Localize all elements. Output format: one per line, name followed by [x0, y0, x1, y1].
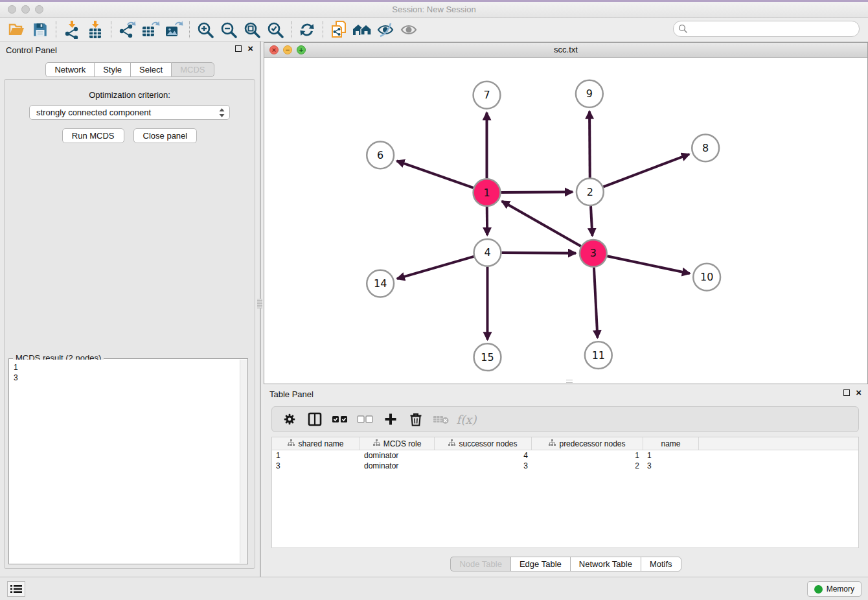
settings-gear-icon[interactable]: [280, 410, 299, 428]
column-attribute-icon: [288, 439, 295, 448]
close-table-panel-icon[interactable]: ×: [856, 389, 862, 397]
table-cell[interactable]: 2: [532, 461, 643, 471]
memory-label: Memory: [827, 584, 854, 594]
toolbar-separator: [111, 21, 111, 38]
show-view-icon[interactable]: [397, 19, 420, 40]
zoom-out-icon[interactable]: [217, 19, 240, 40]
table-cell[interactable]: dominator: [360, 461, 435, 471]
task-history-button[interactable]: [7, 581, 25, 597]
criterion-select[interactable]: strongly connected component: [29, 105, 230, 120]
main-toolbar: [0, 18, 868, 41]
graph-edge-3-1[interactable]: [502, 201, 581, 246]
graph-node-11[interactable]: 11: [585, 341, 612, 369]
add-row-icon[interactable]: [381, 410, 400, 428]
zoom-in-icon[interactable]: [194, 19, 217, 40]
graph-node-8[interactable]: 8: [692, 135, 719, 162]
column-header-name[interactable]: name: [643, 437, 699, 450]
table-cell[interactable]: 4: [435, 450, 532, 461]
open-session-icon[interactable]: [5, 19, 29, 40]
home-icon[interactable]: [350, 19, 374, 40]
export-network-icon[interactable]: [115, 19, 139, 40]
float-table-panel-icon[interactable]: [843, 389, 850, 396]
table-cell[interactable]: 3: [272, 461, 360, 471]
graph-edge-4-3[interactable]: [501, 253, 576, 253]
result-scrollbar[interactable]: [240, 360, 247, 563]
import-network-icon[interactable]: [60, 19, 84, 40]
node-label: 10: [700, 271, 713, 283]
close-panel-icon[interactable]: ×: [247, 45, 253, 52]
graph-node-2[interactable]: 2: [577, 178, 604, 205]
mcds-result-text[interactable]: 1 3: [10, 360, 240, 563]
show-columns-icon[interactable]: [305, 410, 325, 428]
export-image-icon[interactable]: [162, 19, 185, 40]
graph-edge-2-8[interactable]: [603, 154, 689, 187]
tab-select[interactable]: Select: [130, 62, 171, 77]
graph-edge-4-14[interactable]: [397, 257, 474, 279]
tab-network-table[interactable]: Network Table: [570, 557, 641, 571]
tab-edge-table[interactable]: Edge Table: [510, 557, 570, 571]
network-resize-grip[interactable]: [566, 380, 573, 383]
tab-node-table[interactable]: Node Table: [450, 557, 510, 571]
graph-node-9[interactable]: 9: [576, 80, 603, 108]
table-row[interactable]: 3dominator323: [272, 461, 858, 471]
delete-row-icon[interactable]: [406, 410, 426, 428]
tab-mcds[interactable]: MCDS: [171, 62, 214, 77]
graph-edge-1-2[interactable]: [501, 192, 573, 192]
select-all-icon[interactable]: [330, 410, 350, 428]
panel-splitter-handle[interactable]: [257, 299, 262, 308]
float-panel-icon[interactable]: [235, 45, 242, 52]
graph-node-4[interactable]: 4: [474, 239, 501, 266]
search-input[interactable]: [673, 21, 860, 37]
graph-node-7[interactable]: 7: [474, 82, 501, 109]
column-header-MCDS-role[interactable]: MCDS role: [360, 437, 435, 450]
graph-edge-2-3[interactable]: [591, 206, 592, 236]
column-header-predecessor-nodes[interactable]: predecessor nodes: [532, 437, 643, 450]
save-session-icon[interactable]: [29, 19, 52, 40]
column-label: successor nodes: [459, 439, 517, 448]
column-label: name: [661, 439, 680, 448]
toolbar-separator: [189, 21, 190, 38]
tab-motifs[interactable]: Motifs: [641, 557, 681, 571]
table-cell[interactable]: dominator: [360, 450, 435, 461]
network-canvas[interactable]: 7968124314101511: [264, 58, 867, 384]
node-label: 11: [592, 349, 605, 362]
graph-node-3[interactable]: 3: [580, 240, 607, 267]
network-window-title: scc.txt: [264, 45, 867, 54]
column-attribute-icon: [373, 439, 380, 448]
table-cell[interactable]: 1: [272, 450, 360, 461]
graph-edge-1-6[interactable]: [397, 161, 474, 188]
graph-node-6[interactable]: 6: [367, 141, 394, 168]
tab-network[interactable]: Network: [45, 62, 94, 77]
table-cell[interactable]: 3: [435, 461, 532, 471]
import-table-icon[interactable]: [84, 19, 107, 40]
deselect-all-icon[interactable]: [356, 410, 375, 428]
duplicate-network-icon[interactable]: [327, 19, 350, 40]
graph-node-10[interactable]: 10: [693, 264, 720, 291]
function-builder-icon[interactable]: f(x): [457, 410, 476, 428]
mcds-panel: Optimization criterion: strongly connect…: [4, 79, 255, 569]
run-mcds-button[interactable]: Run MCDS: [62, 128, 124, 143]
zoom-selected-icon[interactable]: [264, 19, 287, 40]
graph-edge-3-10[interactable]: [607, 256, 690, 273]
table-cell[interactable]: 3: [643, 461, 699, 471]
delete-column-icon[interactable]: [431, 410, 451, 428]
close-panel-button[interactable]: Close panel: [133, 128, 198, 143]
table-cell[interactable]: 1: [643, 450, 699, 461]
refresh-view-icon[interactable]: [295, 19, 319, 40]
column-header-successor-nodes[interactable]: successor nodes: [435, 437, 532, 450]
hide-panels-icon[interactable]: [374, 19, 397, 40]
graph-node-15[interactable]: 15: [474, 343, 501, 371]
table-cell[interactable]: 1: [532, 450, 643, 461]
graph-edge-3-11[interactable]: [594, 268, 598, 338]
graph-edge-2-9[interactable]: [589, 111, 590, 178]
zoom-fit-icon[interactable]: [240, 19, 264, 40]
export-table-icon[interactable]: [139, 19, 162, 40]
tab-style[interactable]: Style: [94, 62, 130, 77]
table-row[interactable]: 1dominator411: [272, 450, 858, 461]
graph-node-14[interactable]: 14: [367, 270, 394, 297]
column-header-shared-name[interactable]: shared name: [272, 437, 360, 450]
graph-node-1[interactable]: 1: [474, 179, 501, 206]
memory-button[interactable]: Memory: [807, 581, 862, 597]
node-table[interactable]: shared nameMCDS rolesuccessor nodesprede…: [271, 437, 859, 548]
network-window-titlebar[interactable]: × − + scc.txt: [264, 43, 867, 58]
